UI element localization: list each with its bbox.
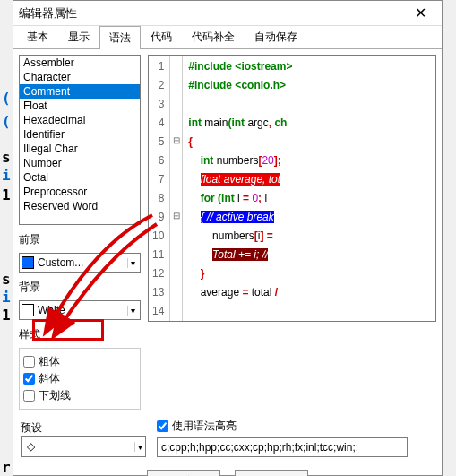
foreground-value: Custom... xyxy=(38,256,127,269)
close-icon[interactable]: ✕ xyxy=(404,4,436,22)
editor-properties-dialog: 编辑器属性 ✕ 基本 显示 语法 代码 代码补全 自动保存 Assembler … xyxy=(13,0,443,476)
foreground-label: 前景 xyxy=(19,232,141,247)
ok-button[interactable]: ✔ 确定[O] xyxy=(147,470,220,476)
tab-display[interactable]: 显示 xyxy=(58,25,99,48)
underline-checkbox[interactable]: 下划线 xyxy=(23,388,136,403)
tab-syntax[interactable]: 语法 xyxy=(99,26,141,49)
list-item[interactable]: Number xyxy=(20,156,140,170)
titlebar: 编辑器属性 ✕ xyxy=(13,1,442,26)
use-highlight-label: 使用语法高亮 xyxy=(172,419,237,434)
extensions-input[interactable] xyxy=(157,437,408,457)
list-item[interactable]: Hexadecimal xyxy=(20,113,140,127)
background-value: White xyxy=(38,304,127,316)
list-item[interactable]: Reserved Word xyxy=(20,199,140,213)
style-group: 粗体 斜体 下划线 xyxy=(19,348,141,410)
line-gutter: 1234567891011121314 xyxy=(149,56,170,321)
tab-strip: 基本 显示 语法 代码 代码补全 自动保存 xyxy=(13,26,442,49)
tab-code[interactable]: 代码 xyxy=(141,25,182,48)
bold-input[interactable] xyxy=(23,356,35,368)
list-item[interactable]: Octal xyxy=(20,170,140,185)
document-icon: ◇ xyxy=(22,440,39,453)
background-label: 背景 xyxy=(19,280,141,295)
use-highlight-checkbox[interactable]: 使用语法高亮 xyxy=(157,419,408,434)
foreground-combo[interactable]: Custom... ▾ xyxy=(19,253,141,273)
foreground-swatch xyxy=(22,256,34,269)
fold-column: ⊟⊟ xyxy=(170,56,183,321)
italic-checkbox[interactable]: 斜体 xyxy=(23,371,136,386)
list-item[interactable]: Preprocessor xyxy=(20,185,140,199)
bold-checkbox[interactable]: 粗体 xyxy=(23,354,136,369)
tab-basic[interactable]: 基本 xyxy=(17,25,58,48)
chevron-down-icon: ▾ xyxy=(134,442,145,452)
chevron-down-icon: ▾ xyxy=(127,258,138,268)
italic-label: 斜体 xyxy=(39,371,60,386)
list-item[interactable]: Character xyxy=(20,70,140,84)
chevron-down-icon: ▾ xyxy=(127,306,138,316)
list-item[interactable]: Illegal Char xyxy=(20,142,140,156)
underline-label: 下划线 xyxy=(39,388,71,403)
tab-autosave[interactable]: 自动保存 xyxy=(245,25,307,48)
use-highlight-input[interactable] xyxy=(157,420,168,432)
syntax-element-list[interactable]: Assembler Character Comment Float Hexade… xyxy=(19,55,141,225)
bold-label: 粗体 xyxy=(39,354,60,369)
code-lines: #include <iostream>#include <conio.h>int… xyxy=(183,56,435,321)
code-preview: 1234567891011121314 ⊟⊟ #include <iostrea… xyxy=(148,55,436,322)
background-swatch xyxy=(22,304,34,316)
list-item[interactable]: Comment xyxy=(20,84,140,99)
underline-input[interactable] xyxy=(23,390,35,402)
tab-completion[interactable]: 代码补全 xyxy=(182,25,245,48)
window-title: 编辑器属性 xyxy=(19,5,404,22)
list-item[interactable]: Assembler xyxy=(20,56,140,70)
list-item[interactable]: Identifier xyxy=(20,127,140,142)
list-item[interactable]: Float xyxy=(20,99,140,113)
italic-input[interactable] xyxy=(23,373,35,385)
style-label: 样式 xyxy=(19,327,141,342)
preset-label: 预设 xyxy=(21,420,146,436)
background-combo[interactable]: White ▾ xyxy=(19,300,141,320)
cancel-button[interactable]: ✖ 取消[C] xyxy=(235,470,307,476)
preset-combo[interactable]: ◇ ▾ xyxy=(21,436,146,457)
